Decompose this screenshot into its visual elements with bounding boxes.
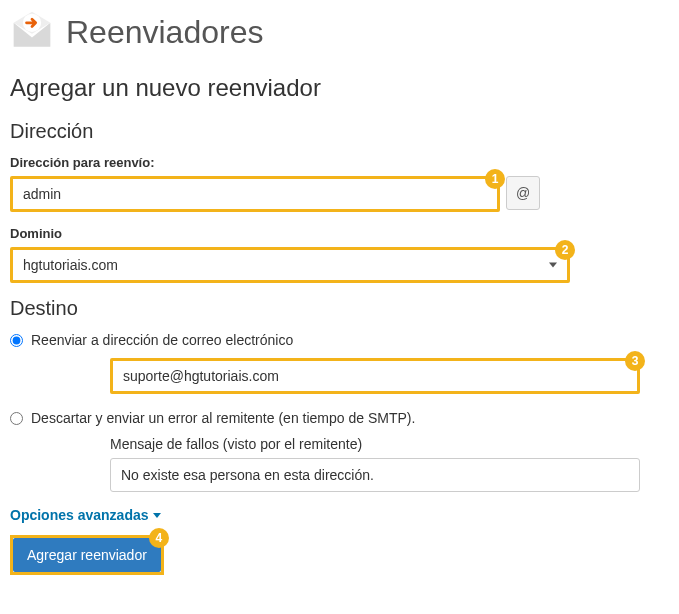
badge-2: 2 (555, 240, 575, 260)
forwarders-icon (10, 10, 54, 54)
forward-radio[interactable] (10, 334, 23, 347)
add-forwarder-button[interactable]: Agregar reenviador (13, 538, 161, 572)
domain-row: hgtutoriais.com 2 (10, 247, 669, 283)
discard-radio-label: Descartar y enviar un error al remitente… (31, 410, 415, 426)
section-direccion: Dirección (10, 120, 669, 143)
forward-highlight: 3 (110, 358, 640, 394)
discard-radio[interactable] (10, 412, 23, 425)
subtitle: Agregar un nuevo reenviador (10, 74, 669, 102)
badge-3: 3 (625, 351, 645, 371)
section-destino: Destino (10, 297, 669, 320)
chevron-down-icon (153, 513, 161, 518)
page-title: Reenviadores (66, 14, 263, 51)
page-header: Reenviadores (10, 10, 669, 54)
submit-highlight: Agregar reenviador 4 (10, 535, 164, 575)
domain-label: Dominio (10, 226, 669, 241)
badge-4: 4 (149, 528, 169, 548)
forward-input-block: 3 (110, 358, 669, 394)
failmsg-input[interactable] (110, 458, 640, 492)
badge-1: 1 (485, 169, 505, 189)
failmsg-label: Mensaje de fallos (visto por el remitent… (110, 436, 669, 452)
discard-radio-row: Descartar y enviar un error al remitente… (10, 410, 669, 426)
at-symbol: @ (506, 176, 540, 210)
failmsg-block: Mensaje de fallos (visto por el remitent… (110, 436, 669, 492)
advanced-options-label: Opciones avanzadas (10, 507, 149, 523)
address-input[interactable] (13, 179, 497, 209)
advanced-options-toggle[interactable]: Opciones avanzadas (10, 507, 161, 523)
domain-highlight: hgtutoriais.com 2 (10, 247, 570, 283)
address-label: Dirección para reenvío: (10, 155, 669, 170)
forward-radio-label: Reenviar a dirección de correo electróni… (31, 332, 293, 348)
forward-email-input[interactable] (113, 361, 637, 391)
domain-select[interactable]: hgtutoriais.com (13, 250, 567, 280)
address-highlight: 1 (10, 176, 500, 212)
forward-radio-row: Reenviar a dirección de correo electróni… (10, 332, 669, 348)
address-row: 1 @ (10, 176, 669, 212)
